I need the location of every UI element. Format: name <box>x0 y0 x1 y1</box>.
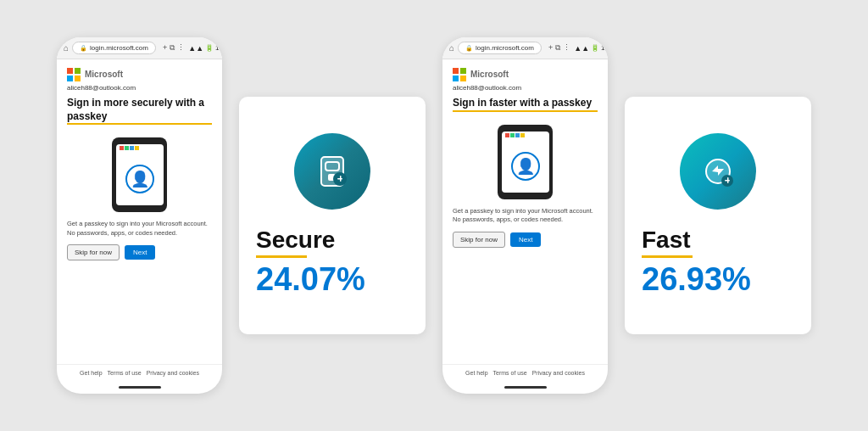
account-email-secure: aliceh88@outlook.com <box>67 84 212 92</box>
face-icon: 👤 <box>131 170 149 188</box>
status-bar-2: ▲▲ 🔋 10:28 <box>574 44 608 53</box>
face-scan-icon: 👤 <box>125 165 154 193</box>
svg-rect-9 <box>727 177 729 183</box>
ms-brand-text: Microsoft <box>85 68 123 81</box>
ms-logo-grid-2 <box>453 68 466 81</box>
phone-illustration-fast: 👤 <box>453 124 598 200</box>
phone-card-fast: ⌂ 🔒 login.microsoft.com + ⧉ ⋮ ▲▲ 🔋 10:28 <box>442 37 608 394</box>
inner-yellow <box>135 146 139 150</box>
stat-label-container-fast: Fast 26.93% <box>642 227 794 298</box>
battery-icon-2: 🔋 <box>591 44 599 52</box>
inner-yellow-2 <box>520 133 525 137</box>
lock-icon: 🔒 <box>80 45 87 52</box>
sign-in-title-fast: Sign in faster with a passkey <box>453 97 598 110</box>
inner-green <box>125 146 129 150</box>
phone-card-secure: ⌂ 🔒 login.microsoft.com + ⧉ ⋮ ▲▲ 🔋 10:28 <box>57 37 222 394</box>
ms-red-sq-2 <box>453 68 459 74</box>
phone-content-fast: Microsoft aliceh88@outlook.com Sign in f… <box>442 59 608 364</box>
inner-green-2 <box>510 133 515 137</box>
phone-bottom-bar <box>119 386 161 389</box>
tabs-icon-2[interactable]: ⧉ <box>555 43 560 53</box>
ms-logo: Microsoft <box>67 68 212 81</box>
tabs-icon[interactable]: ⧉ <box>170 43 175 53</box>
phone-inner-2: 👤 <box>498 125 553 199</box>
home-icon: ⌂ <box>64 43 69 53</box>
phone-inner: 👤 <box>112 137 167 212</box>
tab-icons: + ⧉ ⋮ <box>163 43 185 53</box>
ms-logo-grid <box>67 68 81 81</box>
time-display: 10:28 <box>215 44 222 52</box>
inner-red-2 <box>505 133 509 137</box>
url-text-2: login.microsoft.com <box>476 44 534 52</box>
lock-icon-2: 🔒 <box>465 45 473 52</box>
phone-illustration-secure: 👤 <box>67 137 212 213</box>
url-text: login.microsoft.com <box>90 44 148 52</box>
privacy-link-2[interactable]: Privacy and cookies <box>532 370 585 376</box>
privacy-link[interactable]: Privacy and cookies <box>147 370 199 376</box>
main-container: ⌂ 🔒 login.microsoft.com + ⧉ ⋮ ▲▲ 🔋 10:28 <box>0 0 868 431</box>
stat-underline-fast <box>642 255 693 258</box>
terms-link-2[interactable]: Terms of use <box>493 370 527 376</box>
description-text-fast: Get a passkey to sign into your Microsof… <box>453 207 598 225</box>
stat-percentage-secure: 24.07% <box>256 261 409 298</box>
home-icon-2: ⌂ <box>449 43 454 53</box>
time-display-2: 10:28 <box>601 44 608 52</box>
phone-bottom-bar-2 <box>504 386 547 389</box>
fast-circle-icon <box>697 150 739 193</box>
phone-inner-top-bar <box>120 146 160 153</box>
underline-yellow <box>67 123 212 125</box>
wifi-icon: ▲▲ <box>188 44 203 53</box>
ms-green-sq-2 <box>460 68 466 74</box>
new-tab-icon-2[interactable]: + <box>548 43 553 53</box>
ms-green-sq <box>75 68 81 74</box>
ms-yellow-sq-2 <box>460 76 466 81</box>
ms-blue-sq-2 <box>453 76 459 81</box>
url-bar-secure[interactable]: 🔒 login.microsoft.com <box>72 42 156 54</box>
stat-label-fast: Fast <box>642 227 794 254</box>
sign-in-title-secure: Sign in more securely with a passkey <box>67 97 212 123</box>
button-row-secure: Skip for now Next <box>67 244 212 260</box>
phone-footer-secure: Get help Terms of use Privacy and cookie… <box>57 364 222 383</box>
stat-card-fast: Fast 26.93% <box>625 97 811 334</box>
inner-red <box>120 146 124 150</box>
ms-red-sq <box>67 68 73 74</box>
ms-logo-2: Microsoft <box>453 68 598 81</box>
stat-underline-secure <box>256 255 307 258</box>
browser-bar-fast: ⌂ 🔒 login.microsoft.com + ⧉ ⋮ ▲▲ 🔋 10:28 <box>442 37 608 59</box>
stat-card-secure: Secure 24.07% <box>239 97 426 334</box>
skip-button-secure[interactable]: Skip for now <box>67 244 120 260</box>
wifi-icon-2: ▲▲ <box>574 44 589 53</box>
get-help-link[interactable]: Get help <box>80 370 102 376</box>
phone-content-secure: Microsoft aliceh88@outlook.com Sign in m… <box>57 59 222 364</box>
next-button-fast[interactable]: Next <box>510 232 541 247</box>
stat-label-secure: Secure <box>256 227 409 254</box>
new-tab-icon[interactable]: + <box>163 43 167 53</box>
ms-brand-text-2: Microsoft <box>470 68 509 81</box>
tab-icons-2: + ⧉ ⋮ <box>548 43 570 53</box>
phone-inner-screen-2: 👤 <box>502 132 549 193</box>
ms-yellow-sq <box>75 76 81 81</box>
description-text-secure: Get a passkey to sign into your Microsof… <box>67 220 212 238</box>
stat-circle-fast <box>680 133 756 210</box>
battery-icon: 🔋 <box>205 44 214 52</box>
get-help-link-2[interactable]: Get help <box>465 370 487 376</box>
inner-blue-2 <box>515 133 520 137</box>
secure-circle-icon <box>311 150 353 193</box>
next-button-secure[interactable]: Next <box>125 245 155 260</box>
phone-footer-fast: Get help Terms of use Privacy and cookie… <box>442 364 608 383</box>
phone-inner-screen: 👤 <box>116 144 164 205</box>
ms-blue-sq <box>67 76 73 81</box>
menu-icon[interactable]: ⋮ <box>177 43 185 53</box>
phone-inner-top-bar-2 <box>505 133 546 140</box>
terms-link[interactable]: Terms of use <box>108 370 142 376</box>
menu-icon-2[interactable]: ⋮ <box>563 43 570 53</box>
url-bar-fast[interactable]: 🔒 login.microsoft.com <box>458 42 542 54</box>
browser-bar-secure: ⌂ 🔒 login.microsoft.com + ⧉ ⋮ ▲▲ 🔋 10:28 <box>57 37 222 59</box>
stat-label-container-secure: Secure 24.07% <box>256 227 409 298</box>
stat-circle-secure <box>294 133 370 210</box>
account-email-fast: aliceh88@outlook.com <box>453 84 598 92</box>
face-icon-2: 👤 <box>516 157 535 176</box>
svg-rect-5 <box>340 176 342 182</box>
skip-button-fast[interactable]: Skip for now <box>453 232 505 248</box>
inner-blue <box>130 146 134 150</box>
